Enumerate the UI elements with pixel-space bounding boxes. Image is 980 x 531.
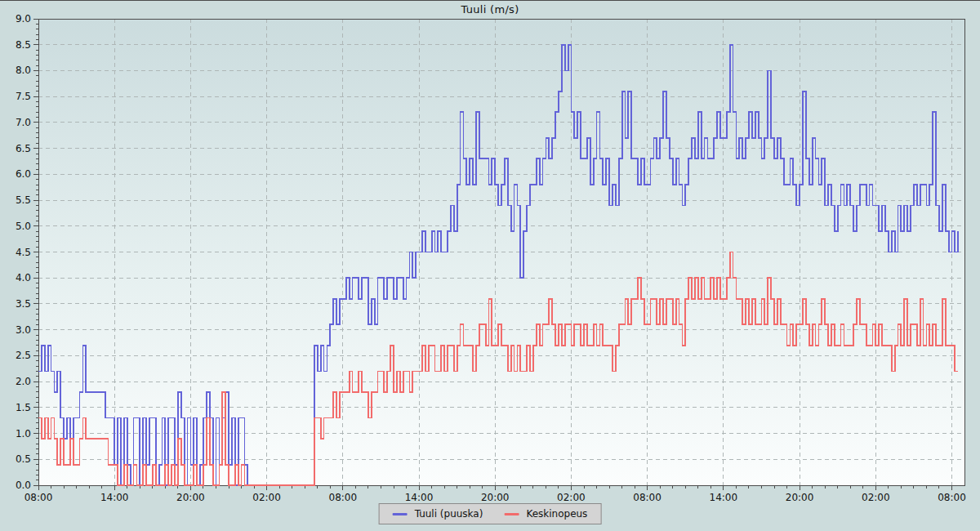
svg-text:14:00: 14:00: [100, 492, 129, 503]
svg-text:08:00: 08:00: [633, 492, 662, 503]
svg-text:4.0: 4.0: [16, 272, 31, 283]
svg-text:7.5: 7.5: [16, 91, 31, 102]
svg-text:4.5: 4.5: [16, 247, 31, 258]
svg-text:08:00: 08:00: [938, 492, 966, 503]
y-axis-labels: 0.00.51.01.52.02.53.03.54.04.55.05.56.06…: [16, 13, 31, 491]
svg-text:02:00: 02:00: [862, 492, 890, 503]
legend-label-average: Keskinopeus: [526, 508, 587, 520]
x-axis-labels: 08:0014:0020:0002:0008:0014:0020:0002:00…: [24, 492, 966, 503]
svg-text:7.0: 7.0: [16, 117, 31, 128]
legend-item-gust: Tuuli (puuska): [393, 508, 483, 520]
wind-chart-plot: 0.00.51.01.52.02.53.03.54.04.55.05.56.06…: [0, 1, 980, 531]
avg-line-swatch-icon: [504, 513, 519, 515]
svg-text:1.0: 1.0: [16, 428, 31, 440]
svg-text:02:00: 02:00: [557, 492, 586, 503]
svg-text:3.0: 3.0: [16, 324, 31, 336]
wind-chart-page: Tuuli (m/s) 0.00.51.01.52.02.53.03.54.04…: [0, 0, 980, 531]
svg-text:20:00: 20:00: [786, 492, 814, 503]
svg-text:8.0: 8.0: [16, 65, 31, 76]
svg-text:14:00: 14:00: [710, 492, 738, 503]
svg-text:6.0: 6.0: [16, 168, 31, 180]
svg-text:5.0: 5.0: [16, 221, 31, 232]
svg-text:8.5: 8.5: [16, 39, 31, 51]
svg-text:0.0: 0.0: [16, 480, 31, 491]
y-axis: [33, 19, 38, 485]
svg-text:1.5: 1.5: [16, 402, 31, 413]
svg-text:02:00: 02:00: [252, 492, 281, 503]
svg-text:20:00: 20:00: [481, 492, 510, 503]
svg-text:08:00: 08:00: [24, 492, 53, 503]
chart-legend: Tuuli (puuska) Keskinopeus: [379, 503, 602, 524]
legend-label-gust: Tuuli (puuska): [415, 508, 483, 520]
legend-item-average: Keskinopeus: [504, 508, 587, 520]
svg-text:9.0: 9.0: [16, 13, 31, 25]
svg-text:14:00: 14:00: [405, 492, 434, 503]
gust-line-swatch-icon: [393, 513, 408, 515]
svg-text:08:00: 08:00: [329, 492, 358, 503]
svg-text:5.5: 5.5: [16, 194, 31, 206]
svg-text:3.5: 3.5: [16, 298, 31, 310]
svg-text:2.0: 2.0: [16, 376, 31, 387]
svg-text:6.5: 6.5: [16, 143, 31, 154]
svg-text:20:00: 20:00: [176, 492, 205, 503]
svg-text:2.5: 2.5: [16, 350, 31, 361]
svg-text:0.5: 0.5: [16, 453, 31, 465]
